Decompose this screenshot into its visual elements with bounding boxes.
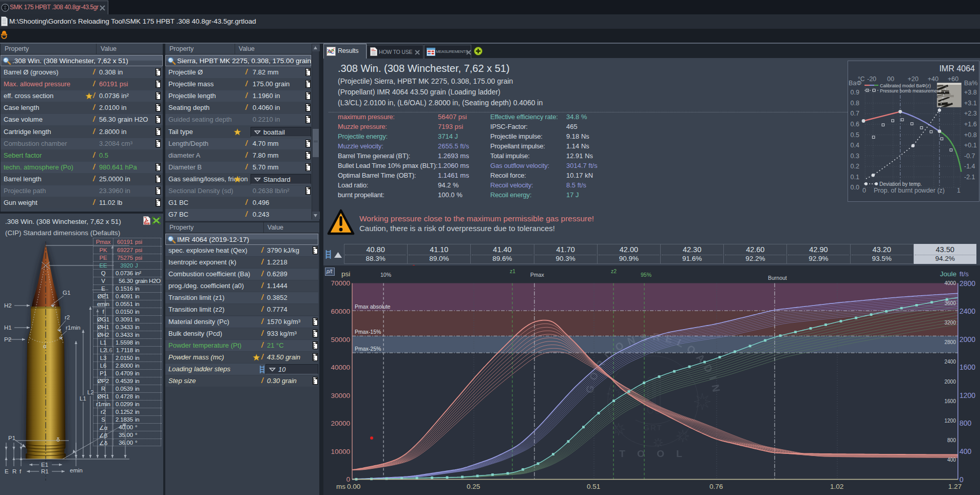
- svg-text:emin: emin: [70, 467, 83, 473]
- svg-text:E: E: [5, 468, 9, 474]
- svg-text:H2: H2: [4, 302, 12, 309]
- svg-text:Pmax-25%: Pmax-25%: [355, 346, 381, 352]
- svg-text:f: f: [20, 468, 22, 474]
- svg-text:Deviation by temp.: Deviation by temp.: [879, 181, 922, 187]
- svg-text:G1: G1: [63, 290, 70, 296]
- svg-text:Pmax-15%: Pmax-15%: [355, 329, 381, 335]
- svg-text:r1min: r1min: [66, 325, 81, 331]
- svg-text:R1: R1: [41, 468, 49, 474]
- svg-text:r2: r2: [65, 314, 70, 320]
- svg-text:P1: P1: [8, 435, 15, 441]
- svg-text:R: R: [12, 468, 16, 474]
- svg-text:GRT: GRT: [643, 423, 662, 432]
- svg-text:Pressure bomb measurement: Pressure bomb measurement: [880, 88, 941, 93]
- svg-text:Pmax absolute: Pmax absolute: [355, 303, 391, 310]
- svg-text:T O O L: T O O L: [619, 448, 687, 459]
- svg-text:Calibrated model BaΦ(z): Calibrated model BaΦ(z): [880, 83, 931, 88]
- svg-text:PDF: PDF: [145, 223, 149, 225]
- svg-text:H1: H1: [4, 325, 12, 331]
- svg-text:L1: L1: [80, 395, 86, 402]
- svg-text:α: α: [43, 343, 47, 349]
- svg-text:δ: δ: [56, 436, 60, 443]
- svg-text:E1: E1: [41, 462, 48, 468]
